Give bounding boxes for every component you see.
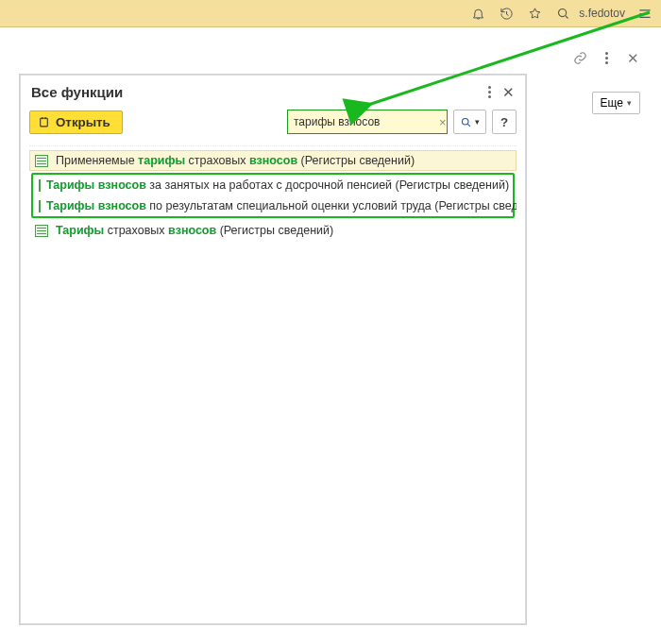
list-item-label: Тарифы страховых взносов (Регистры сведе… (56, 224, 333, 237)
search-input[interactable] (292, 113, 437, 130)
magnifier-icon (460, 116, 472, 128)
history-icon[interactable] (498, 5, 515, 22)
caret-down-icon: ▾ (475, 117, 480, 127)
list-item-label: Применяемые тарифы страховых взносов (Ре… (56, 154, 415, 167)
panel-title: Все функции (31, 84, 123, 100)
window-controls: ✕ (572, 50, 640, 65)
bell-icon[interactable] (469, 5, 486, 22)
open-button[interactable]: Открыть (29, 110, 123, 134)
panel-close-icon[interactable]: ✕ (500, 85, 517, 99)
kebab-icon[interactable] (599, 50, 614, 65)
more-button-label: Еще (601, 96, 623, 110)
caret-down-icon: ▾ (627, 98, 632, 108)
username-label: s.fedotov (579, 7, 625, 20)
highlighted-group: Тарифы взносов за занятых на работах с д… (31, 173, 515, 218)
star-icon[interactable] (526, 5, 543, 22)
svg-point-2 (462, 118, 468, 125)
close-icon[interactable]: ✕ (625, 50, 640, 65)
list-item[interactable]: Тарифы взносов за занятых на работах с д… (33, 175, 513, 195)
search-menu-button[interactable]: ▾ (453, 110, 486, 134)
topbar: s.fedotov (0, 0, 661, 27)
panel-toolbar: Открыть × ▾ ? (29, 110, 517, 134)
panel-kebab-icon[interactable] (488, 86, 491, 98)
svg-point-0 (558, 8, 566, 16)
register-icon (35, 155, 48, 167)
menu-icon[interactable] (636, 5, 653, 22)
list-item[interactable]: Тарифы взносов по результатам специально… (33, 195, 513, 216)
link-icon[interactable] (572, 50, 587, 65)
search-icon[interactable] (554, 5, 571, 22)
search-field-wrap: × (287, 110, 448, 134)
results-list: Применяемые тарифы страховых взносов (Ре… (29, 145, 517, 615)
open-button-label: Открыть (56, 115, 110, 129)
all-functions-panel: Все функции ✕ Открыть × ▾ ? (19, 74, 527, 625)
help-button[interactable]: ? (492, 110, 517, 134)
open-icon (38, 116, 50, 128)
list-item[interactable]: Применяемые тарифы страховых взносов (Ре… (29, 150, 517, 171)
list-item-label: Тарифы взносов за занятых на работах с д… (46, 178, 509, 192)
list-item-label: Тарифы взносов по результатам специально… (46, 199, 517, 212)
list-item[interactable]: Тарифы страховых взносов (Регистры сведе… (29, 220, 517, 241)
register-icon (35, 225, 48, 237)
more-button[interactable]: Еще ▾ (592, 92, 640, 114)
svg-rect-1 (41, 118, 48, 127)
clear-icon[interactable]: × (437, 115, 449, 129)
